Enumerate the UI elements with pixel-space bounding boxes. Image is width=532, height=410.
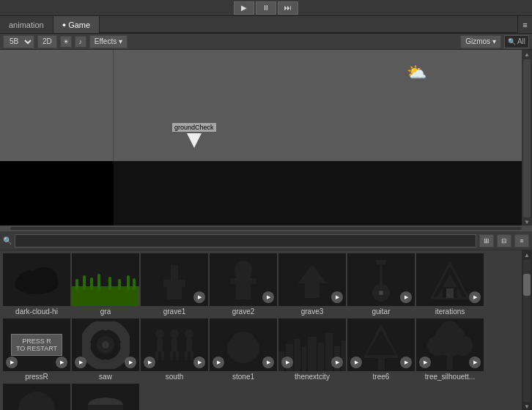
saw-thumb [82, 321, 130, 369]
tab-animation[interactable]: animation [0, 16, 53, 33]
svg-rect-22 [376, 260, 386, 264]
asset-grave2[interactable]: ▶ grave2 [210, 253, 277, 316]
asset-stone1[interactable]: ▶ ▶ stone1 [210, 318, 277, 381]
audio-icon[interactable]: ♪ [75, 36, 86, 48]
svg-rect-58 [378, 357, 385, 370]
asset-thenextcity[interactable]: ▶ ▶ thenextcity [278, 318, 346, 381]
search-icon-asset: 🔍 [3, 236, 12, 245]
thenextcity-left-play-icon[interactable]: ▶ [281, 357, 293, 368]
asset-tree-silhouette[interactable]: ▶ ▶ tree_silhouett... [416, 318, 484, 381]
asset-browser-scrollbar: ▲ ▼ [522, 250, 532, 410]
grave1-play-icon[interactable]: ▶ [193, 291, 205, 303]
tree-silhouette-left-play-icon[interactable]: ▶ [419, 357, 431, 368]
svg-rect-4 [75, 279, 78, 290]
asset-rows-container: dark-cloud-hi [0, 250, 522, 410]
scroll-down-icon[interactable]: ▼ [524, 219, 530, 225]
asset-tree6[interactable]: ▶ ▶ tree6 [347, 318, 415, 381]
svg-rect-11 [133, 278, 136, 290]
svg-rect-7 [97, 274, 100, 290]
2d-button[interactable]: 2D [37, 35, 57, 48]
asset-scroll-thumb [523, 274, 531, 296]
pressR-play-icon[interactable]: ▶ [56, 357, 67, 368]
asset-gra[interactable]: gra [72, 253, 139, 316]
iterations-play-icon[interactable]: ▶ [469, 291, 481, 303]
svg-rect-14 [171, 265, 178, 283]
south-play-icon[interactable]: ▶ [193, 357, 205, 368]
tag-button[interactable]: ⊟ [497, 234, 511, 247]
play-button[interactable]: ▶ [234, 1, 254, 15]
asset-name-gra: gra [100, 308, 111, 316]
grave3-play-icon[interactable]: ▶ [331, 291, 343, 303]
svg-rect-53 [308, 337, 317, 371]
svg-point-30 [102, 341, 109, 348]
search-icon: 🔍 [508, 38, 516, 45]
ground-check-label: groundCheck [172, 123, 216, 132]
asset-grave1[interactable]: ▶ grave1 [141, 253, 208, 316]
svg-point-39 [170, 329, 179, 338]
asset-south[interactable]: ▶ ▶ south [141, 318, 208, 381]
saw-left-play-icon[interactable]: ▶ [75, 357, 86, 368]
asset-name-tree-silhouette: tree_silhouett... [425, 373, 475, 381]
filter-button[interactable]: ⊞ [479, 234, 494, 247]
asset-search-input[interactable] [15, 234, 476, 247]
gizmos-button[interactable]: Gizmos ▾ [460, 35, 501, 48]
tab-game[interactable]: ● Game [53, 16, 100, 33]
game-tab-icon: ● [62, 21, 66, 29]
pressR-left-play-icon[interactable]: ▶ [6, 357, 18, 368]
asset-circle[interactable] [3, 384, 70, 410]
asset-scroll-down-icon[interactable]: ▼ [524, 403, 530, 410]
guitar-play-icon[interactable]: ▶ [400, 291, 412, 303]
play-controls: ▶ ⏸ ⏭ [0, 0, 532, 16]
grave2-play-icon[interactable]: ▶ [262, 291, 274, 303]
character-sprite [187, 133, 202, 148]
tree-silhouette-thumb [424, 320, 476, 370]
tree6-left-play-icon[interactable]: ▶ [350, 357, 362, 368]
tab-overflow-button[interactable]: ≡ [517, 16, 532, 33]
asset-name-grave3: grave3 [301, 308, 324, 316]
asset-iterations[interactable]: ▶ iterations [416, 253, 484, 316]
asset-row-3 [0, 381, 522, 410]
asset-dark-cloud-hi[interactable]: dark-cloud-hi [3, 253, 70, 316]
thenextcity-play-icon[interactable]: ▶ [331, 357, 343, 368]
tree6-play-icon[interactable]: ▶ [400, 357, 412, 368]
pause-button[interactable]: ⏸ [256, 1, 276, 15]
asset-name-dark-cloud-hi: dark-cloud-hi [15, 308, 58, 316]
asset-name-grave2: grave2 [232, 308, 255, 316]
search-all-area: 🔍 All [504, 35, 529, 48]
drum-thumb [84, 390, 128, 411]
asset-drum[interactable] [72, 384, 139, 410]
south-thumb [149, 325, 200, 365]
effects-button[interactable]: Effects ▾ [89, 35, 128, 48]
scroll-up-icon[interactable]: ▲ [524, 51, 530, 58]
resolution-dropdown[interactable]: 5B [3, 35, 34, 48]
black-ground-left [0, 161, 114, 225]
svg-marker-60 [366, 330, 396, 355]
svg-point-35 [155, 329, 164, 338]
svg-marker-19 [298, 265, 327, 283]
asset-grave3[interactable]: ▶ grave3 [278, 253, 346, 316]
asset-scroll-up-icon[interactable]: ▲ [524, 252, 530, 258]
stone1-play-icon[interactable]: ▶ [262, 357, 274, 368]
svg-rect-52 [302, 346, 306, 371]
svg-point-43 [185, 329, 193, 338]
tree6-thumb [358, 320, 405, 370]
gra-thumb [72, 253, 139, 306]
saw-play-icon[interactable]: ▶ [125, 357, 136, 368]
settings-button[interactable]: ≡ [514, 234, 529, 247]
asset-saw[interactable]: ▶ ▶ saw [72, 318, 139, 381]
h-scroll-track [10, 227, 522, 230]
stone1-left-play-icon[interactable]: ▶ [213, 357, 224, 368]
svg-point-2 [31, 267, 57, 288]
svg-rect-51 [295, 339, 300, 371]
svg-point-66 [18, 392, 55, 410]
scroll-track [523, 59, 531, 217]
asset-pressR[interactable]: PRESS RTO RESTART ▶ ▶ pressR [3, 318, 70, 381]
sun-icon[interactable]: ☀ [60, 36, 72, 48]
svg-rect-6 [90, 277, 93, 290]
svg-rect-41 [170, 351, 173, 360]
south-left-play-icon[interactable]: ▶ [144, 357, 155, 368]
step-button[interactable]: ⏭ [278, 1, 298, 15]
asset-guitar[interactable]: ▶ guitar [347, 253, 415, 316]
asset-rows-wrapper: dark-cloud-hi [0, 250, 532, 410]
tree-silhouette-play-icon[interactable]: ▶ [469, 357, 481, 368]
